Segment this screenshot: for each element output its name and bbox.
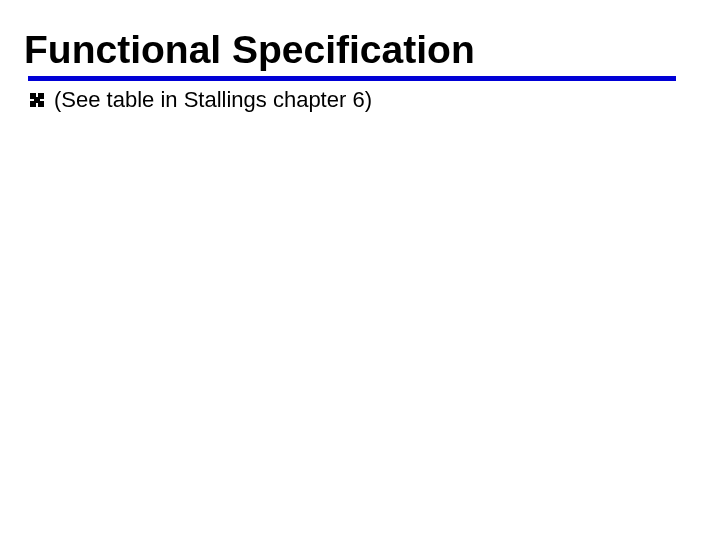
title-underline — [28, 76, 676, 81]
svg-rect-4 — [34, 97, 40, 103]
slide: Functional Specification (See table in S… — [0, 0, 720, 540]
bullet-text: (See table in Stallings chapter 6) — [54, 87, 372, 113]
list-item: (See table in Stallings chapter 6) — [28, 87, 692, 113]
decorative-bullet-icon — [28, 91, 48, 109]
slide-body: (See table in Stallings chapter 6) — [28, 87, 692, 113]
slide-title: Functional Specification — [24, 28, 692, 72]
